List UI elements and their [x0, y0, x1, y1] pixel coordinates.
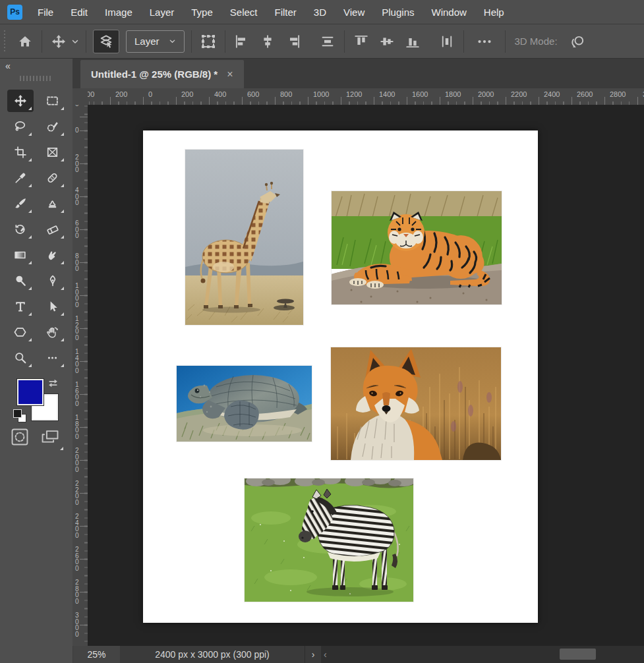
- artboard[interactable]: [143, 130, 538, 623]
- align-vertical-centers-button[interactable]: [377, 30, 397, 53]
- cursor-arrow-icon: [47, 301, 59, 312]
- h-ruler-label: 1800: [445, 90, 461, 98]
- polygon-shape-icon: [14, 326, 26, 338]
- zebra-photo[interactable]: [245, 478, 413, 602]
- zoom-level-field[interactable]: 25%: [73, 646, 120, 663]
- menu-image[interactable]: Image: [96, 7, 141, 18]
- tool-move[interactable]: [7, 90, 34, 112]
- align-horizontal-centers-button[interactable]: [258, 30, 278, 53]
- menu-edit[interactable]: Edit: [62, 7, 96, 18]
- tool-path-selection[interactable]: [40, 295, 66, 318]
- tool-lasso[interactable]: [7, 115, 34, 138]
- distribute-vertical-button[interactable]: [318, 30, 337, 53]
- menu-type[interactable]: Type: [183, 7, 221, 18]
- orbit-3d-icon: [570, 34, 587, 49]
- horizontal-ruler[interactable]: 4002000200400600800100012001400160018002…: [88, 88, 644, 105]
- v-ruler-label: 2 4 0 0: [75, 513, 79, 538]
- options-bar-grip[interactable]: [3, 30, 6, 53]
- tool-spot-healing-brush[interactable]: [40, 167, 66, 189]
- type-icon: [15, 301, 26, 312]
- canvas-area[interactable]: [88, 105, 644, 646]
- tool-smudge[interactable]: [40, 244, 66, 266]
- distribute-horizontal-button[interactable]: [437, 30, 457, 53]
- tool-panel-grip[interactable]: [20, 76, 53, 81]
- tool-rectangular-marquee[interactable]: [40, 90, 66, 112]
- h-ruler-label: 400: [214, 90, 226, 98]
- tool-grid: [4, 88, 69, 370]
- divider: [42, 30, 42, 53]
- align-right-button[interactable]: [283, 30, 303, 53]
- scrollbar-thumb[interactable]: [560, 649, 596, 660]
- tool-frame[interactable]: [40, 141, 66, 163]
- v-ruler-label: 8 0 0: [75, 253, 79, 272]
- v-ruler-label: 2 6 0 0: [75, 546, 79, 571]
- tool-dodge[interactable]: [7, 270, 34, 292]
- divider: [225, 30, 225, 53]
- tool-preset-move-button[interactable]: [49, 30, 69, 53]
- tiger-photo[interactable]: [332, 191, 502, 304]
- giraffe-photo[interactable]: [185, 150, 303, 325]
- align-bottom-button[interactable]: [403, 30, 423, 53]
- show-transform-controls-toggle[interactable]: [198, 30, 218, 53]
- tool-edit-toolbar[interactable]: [40, 347, 66, 369]
- scroll-left-arrow[interactable]: ‹: [324, 646, 327, 663]
- h-ruler-label: 1400: [379, 90, 395, 98]
- chevron-down-icon[interactable]: [71, 38, 79, 45]
- default-colors-icon[interactable]: [13, 409, 26, 422]
- tool-crop[interactable]: [7, 141, 34, 163]
- fox-photo[interactable]: [331, 347, 501, 460]
- v-ruler-label: 1 8 0 0: [75, 415, 79, 440]
- align-top-button[interactable]: [351, 30, 371, 53]
- h-ruler-label: 0: [148, 90, 152, 98]
- v-ruler-label: 6 0 0: [75, 220, 79, 239]
- tool-gradient[interactable]: [7, 244, 34, 266]
- status-expand-chevron[interactable]: ›: [305, 646, 321, 663]
- menu-layer[interactable]: Layer: [141, 7, 183, 18]
- tool-eyedropper[interactable]: [7, 167, 34, 189]
- menu-window[interactable]: Window: [423, 7, 475, 18]
- sea-turtle-photo[interactable]: [177, 366, 312, 442]
- tool-type[interactable]: [7, 295, 34, 318]
- history-brush-icon: [14, 223, 26, 235]
- menu-view[interactable]: View: [335, 7, 373, 18]
- 3d-orbit-button[interactable]: [568, 30, 588, 53]
- auto-select-target-value: Layer: [134, 36, 160, 47]
- ruler-corner[interactable]: [73, 88, 88, 105]
- menu-file[interactable]: File: [29, 7, 62, 18]
- align-left-button[interactable]: [232, 30, 252, 53]
- tool-shape[interactable]: [7, 321, 34, 343]
- move-tool-icon: [52, 35, 65, 48]
- smudge-finger-icon: [46, 249, 59, 261]
- tool-history-brush[interactable]: [7, 218, 34, 241]
- foreground-color-swatch[interactable]: [17, 379, 44, 405]
- tool-pen[interactable]: [40, 270, 66, 292]
- menu-plugins[interactable]: Plugins: [373, 7, 423, 18]
- tool-quick-selection[interactable]: [40, 115, 66, 138]
- menu-3d[interactable]: 3D: [305, 7, 335, 18]
- collapse-panel-button[interactable]: «: [5, 61, 10, 71]
- swap-colors-icon[interactable]: [47, 378, 59, 389]
- tool-hand[interactable]: [40, 321, 66, 343]
- divider: [463, 30, 464, 53]
- align-more-options-button[interactable]: [475, 30, 494, 53]
- screen-mode-icon[interactable]: [40, 428, 61, 449]
- auto-select-target-dropdown[interactable]: Layer: [126, 30, 185, 53]
- menu-help[interactable]: Help: [475, 7, 513, 18]
- document-tab[interactable]: Untitled-1 @ 25% (RGB/8) * ×: [80, 60, 244, 88]
- tool-clone-stamp[interactable]: [40, 192, 66, 215]
- tool-brush[interactable]: [7, 192, 34, 215]
- auto-select-toggle[interactable]: [93, 30, 119, 53]
- tool-eraser[interactable]: [40, 218, 66, 241]
- v-ruler-label: 2 2 0 0: [75, 480, 79, 505]
- home-button[interactable]: [15, 30, 35, 53]
- v-ruler-label: 2 0 0: [75, 105, 79, 107]
- quick-mask-icon[interactable]: [11, 428, 29, 446]
- vertical-ruler[interactable]: 2 0 002 0 04 0 06 0 08 0 01 0 0 01 2 0 0…: [73, 105, 88, 646]
- menu-filter[interactable]: Filter: [266, 7, 305, 18]
- stamp-icon: [46, 198, 59, 210]
- close-tab-icon[interactable]: ×: [227, 69, 233, 80]
- status-bar-spacer: [0, 646, 73, 663]
- menu-select[interactable]: Select: [221, 7, 266, 18]
- horizontal-scrollbar[interactable]: ‹: [321, 646, 644, 663]
- tool-zoom[interactable]: [7, 347, 34, 369]
